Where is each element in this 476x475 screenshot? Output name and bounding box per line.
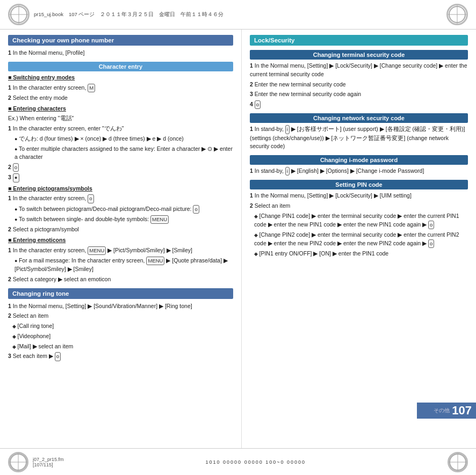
sub-emoticons-header: ■ Entering emoticons — [8, 236, 233, 245]
page-number: 107 — [452, 404, 472, 418]
page-number-box: その他 107 — [417, 403, 476, 419]
main-content: Checking your own phone number 1 In the … — [0, 30, 476, 448]
page: pr15_uj.book 107 ページ ２０１１年３月２５日 金曜日 午前１１… — [0, 0, 476, 475]
diamond-pin1-onoff: [PIN1 entry ON/OFF] ▶ [ON] ▶ enter the P… — [254, 250, 468, 258]
sub-network-security-header: Changing network security code — [250, 113, 468, 123]
bullet-mail-emoticon: For a mail message: In the character ent… — [15, 257, 233, 274]
sub-terminal-security-header: Changing terminal security code — [250, 50, 468, 60]
imode-password-content: 1 In stand-by, i ▶ [English] ▶ [Options]… — [250, 167, 468, 176]
key-bullet: ● — [13, 173, 19, 182]
ring-tone-content: 1 In the Normal menu, [Setting] ▶ [Sound… — [8, 302, 233, 361]
key-o2: o — [88, 194, 93, 203]
sub-switching-header: ■ Switching entry modes — [8, 74, 233, 82]
top-left-circle — [8, 4, 30, 25]
bottom-left-circle — [8, 452, 28, 472]
ex-label: Ex.) When entering "電話" — [8, 114, 233, 123]
footer-left: j07_2_pr15.fm [107/115] — [8, 452, 64, 472]
footer-file-info: j07_2_pr15.fm [107/115] — [33, 457, 64, 467]
bullet-dewa: でんわ: d (four times) ▶ × (once) ▶ d (thre… — [15, 135, 233, 143]
section-phone-number-content: 1 In the Normal menu, [Profile] — [8, 49, 233, 57]
key-m: M — [88, 84, 95, 92]
sub-entering-chars-header: ■ Entering characters — [8, 105, 233, 113]
bullet-multi: To enter multiple characters assigned to… — [15, 145, 233, 162]
page-label: その他 — [434, 407, 450, 414]
header: pr15_uj.book 107 ページ ２０１１年３月２５日 金曜日 午前１１… — [0, 0, 476, 30]
footer: j07_2_pr15.fm [107/115] 1010 00000 00000… — [0, 448, 476, 475]
section-phone-number-header: Checking your own phone number — [8, 35, 233, 46]
bullet-switch-symbol: To switch between single- and double-byt… — [15, 215, 233, 224]
bottom-right-circle — [448, 452, 468, 472]
diamond-video: [Videophone] — [12, 332, 233, 341]
diamond-pin2-change: [Change PIN2 code] ▶ enter the terminal … — [254, 231, 468, 248]
network-security-content: 1 In stand-by, i ▶ [お客様サポート] (user suppo… — [250, 125, 468, 151]
section-lock-security-header: Lock/Security — [250, 35, 468, 46]
char-entry-content: ■ Switching entry modes 1 In the charact… — [8, 74, 233, 284]
right-column: Lock/Security Changing terminal security… — [242, 30, 476, 448]
terminal-security-content: 1 In the Normal menu, [Setting] ▶ [Lock/… — [250, 62, 468, 109]
bullet-switch-pict: To switch between pictogram/Deco-mail pi… — [15, 205, 233, 214]
top-right-circle — [446, 4, 468, 25]
diamond-mail: [Mail] ▶ select an item — [12, 342, 233, 351]
key-o: o — [13, 163, 19, 172]
sub-imode-password-header: Changing i-mode password — [250, 155, 468, 165]
footer-barcode: 1010 00000 00000 100~0 00000 — [206, 459, 306, 465]
sub-pin-code-header: Setting PIN code — [250, 180, 468, 189]
diamond-call: [Call ring tone] — [12, 322, 233, 331]
section-char-entry-header: Character entry — [8, 62, 233, 71]
left-column: Checking your own phone number 1 In the … — [0, 30, 242, 448]
pin-code-content: 1 In the Normal menu, [Setting] ▶ [Lock/… — [250, 192, 468, 258]
header-book-info: pr15_uj.book 107 ページ ２０１１年３月２５日 金曜日 午前１１… — [34, 11, 223, 18]
section-ring-tone-header: Changing ring tone — [8, 288, 233, 299]
sub-pictograms-header: ■ Entering pictograms/symbols — [8, 185, 233, 193]
diamond-pin1-change: [Change PIN1 code] ▶ enter the terminal … — [254, 212, 468, 229]
